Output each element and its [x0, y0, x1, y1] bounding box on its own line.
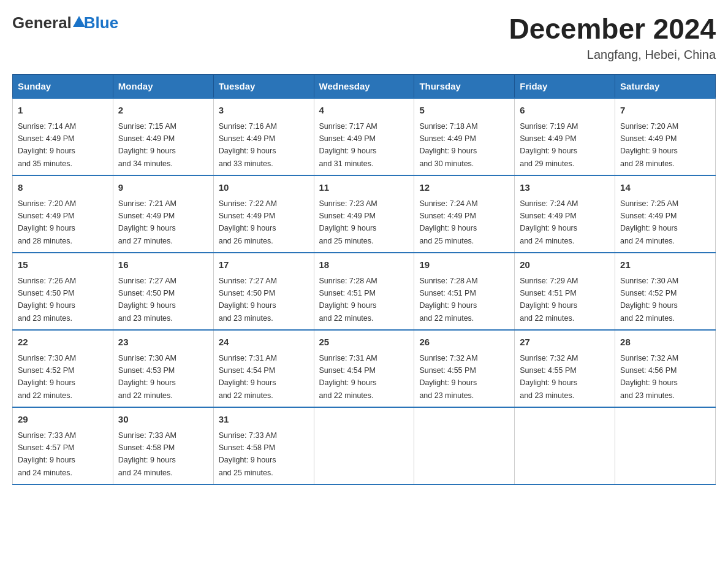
week-row: 15 Sunrise: 7:26 AMSunset: 4:50 PMDaylig… — [13, 253, 716, 330]
day-info: Sunrise: 7:25 AMSunset: 4:49 PMDaylight:… — [620, 199, 678, 245]
location: Langfang, Hebei, China — [509, 48, 716, 62]
day-number: 8 — [18, 181, 108, 195]
calendar-cell: 14 Sunrise: 7:25 AMSunset: 4:49 PMDaylig… — [615, 175, 716, 253]
day-info: Sunrise: 7:28 AMSunset: 4:51 PMDaylight:… — [319, 277, 377, 323]
day-number: 1 — [18, 104, 108, 118]
column-header-friday: Friday — [515, 75, 615, 99]
day-number: 21 — [620, 258, 710, 272]
day-number: 5 — [419, 104, 509, 118]
header-row: SundayMondayTuesdayWednesdayThursdayFrid… — [13, 75, 716, 99]
day-number: 9 — [118, 181, 208, 195]
calendar-cell: 21 Sunrise: 7:30 AMSunset: 4:52 PMDaylig… — [615, 253, 716, 330]
day-info: Sunrise: 7:33 AMSunset: 4:57 PMDaylight:… — [18, 431, 76, 477]
calendar-cell: 23 Sunrise: 7:30 AMSunset: 4:53 PMDaylig… — [113, 330, 213, 407]
day-info: Sunrise: 7:28 AMSunset: 4:51 PMDaylight:… — [419, 277, 477, 323]
day-number: 16 — [118, 258, 208, 272]
day-number: 31 — [219, 413, 309, 427]
day-info: Sunrise: 7:32 AMSunset: 4:55 PMDaylight:… — [419, 354, 477, 400]
column-header-thursday: Thursday — [414, 75, 515, 99]
calendar-cell — [314, 407, 414, 484]
day-number: 10 — [219, 181, 309, 195]
column-header-sunday: Sunday — [13, 75, 113, 99]
day-number: 30 — [118, 413, 208, 427]
calendar-cell: 25 Sunrise: 7:31 AMSunset: 4:54 PMDaylig… — [314, 330, 414, 407]
calendar-cell: 18 Sunrise: 7:28 AMSunset: 4:51 PMDaylig… — [314, 253, 414, 330]
day-number: 18 — [319, 258, 409, 272]
day-number: 23 — [118, 335, 208, 350]
day-info: Sunrise: 7:27 AMSunset: 4:50 PMDaylight:… — [118, 277, 176, 323]
day-info: Sunrise: 7:17 AMSunset: 4:49 PMDaylight:… — [319, 122, 377, 168]
day-info: Sunrise: 7:23 AMSunset: 4:49 PMDaylight:… — [319, 199, 377, 245]
column-header-tuesday: Tuesday — [213, 75, 314, 99]
day-info: Sunrise: 7:26 AMSunset: 4:50 PMDaylight:… — [18, 277, 76, 323]
calendar-cell: 8 Sunrise: 7:20 AMSunset: 4:49 PMDayligh… — [13, 175, 113, 253]
calendar-cell: 13 Sunrise: 7:24 AMSunset: 4:49 PMDaylig… — [515, 175, 615, 253]
day-info: Sunrise: 7:20 AMSunset: 4:49 PMDaylight:… — [620, 122, 678, 168]
week-row: 1 Sunrise: 7:14 AMSunset: 4:49 PMDayligh… — [13, 98, 716, 175]
day-info: Sunrise: 7:18 AMSunset: 4:49 PMDaylight:… — [419, 122, 477, 168]
day-info: Sunrise: 7:33 AMSunset: 4:58 PMDaylight:… — [219, 431, 277, 477]
day-number: 14 — [620, 181, 710, 195]
day-number: 28 — [620, 335, 710, 350]
calendar-cell: 17 Sunrise: 7:27 AMSunset: 4:50 PMDaylig… — [213, 253, 314, 330]
day-number: 27 — [520, 335, 610, 350]
calendar-cell: 15 Sunrise: 7:26 AMSunset: 4:50 PMDaylig… — [13, 253, 113, 330]
calendar-cell: 9 Sunrise: 7:21 AMSunset: 4:49 PMDayligh… — [113, 175, 213, 253]
day-info: Sunrise: 7:30 AMSunset: 4:53 PMDaylight:… — [118, 354, 176, 400]
day-number: 12 — [419, 181, 509, 195]
day-number: 24 — [219, 335, 309, 350]
calendar-cell: 31 Sunrise: 7:33 AMSunset: 4:58 PMDaylig… — [213, 407, 314, 484]
day-number: 17 — [219, 258, 309, 272]
page-header: General Blue December 2024 Langfang, Heb… — [12, 12, 716, 62]
week-row: 8 Sunrise: 7:20 AMSunset: 4:49 PMDayligh… — [13, 175, 716, 253]
calendar-cell: 27 Sunrise: 7:32 AMSunset: 4:55 PMDaylig… — [515, 330, 615, 407]
calendar-table: SundayMondayTuesdayWednesdayThursdayFrid… — [12, 74, 716, 485]
day-info: Sunrise: 7:30 AMSunset: 4:52 PMDaylight:… — [18, 354, 76, 400]
day-info: Sunrise: 7:24 AMSunset: 4:49 PMDaylight:… — [520, 199, 578, 245]
svg-marker-0 — [73, 16, 85, 27]
calendar-cell: 2 Sunrise: 7:15 AMSunset: 4:49 PMDayligh… — [113, 98, 213, 175]
calendar-cell — [414, 407, 515, 484]
day-info: Sunrise: 7:33 AMSunset: 4:58 PMDaylight:… — [118, 431, 176, 477]
day-number: 13 — [520, 181, 610, 195]
day-number: 6 — [520, 104, 610, 118]
calendar-cell: 1 Sunrise: 7:14 AMSunset: 4:49 PMDayligh… — [13, 98, 113, 175]
calendar-cell: 10 Sunrise: 7:22 AMSunset: 4:49 PMDaylig… — [213, 175, 314, 253]
logo: General Blue — [12, 12, 118, 33]
title-block: December 2024 Langfang, Hebei, China — [509, 12, 716, 62]
day-info: Sunrise: 7:32 AMSunset: 4:55 PMDaylight:… — [520, 354, 578, 400]
calendar-cell: 29 Sunrise: 7:33 AMSunset: 4:57 PMDaylig… — [13, 407, 113, 484]
day-number: 11 — [319, 181, 409, 195]
calendar-cell: 19 Sunrise: 7:28 AMSunset: 4:51 PMDaylig… — [414, 253, 515, 330]
day-number: 22 — [18, 335, 108, 350]
day-info: Sunrise: 7:19 AMSunset: 4:49 PMDaylight:… — [520, 122, 578, 168]
calendar-cell: 28 Sunrise: 7:32 AMSunset: 4:56 PMDaylig… — [615, 330, 716, 407]
day-info: Sunrise: 7:27 AMSunset: 4:50 PMDaylight:… — [219, 277, 277, 323]
day-info: Sunrise: 7:31 AMSunset: 4:54 PMDaylight:… — [319, 354, 377, 400]
calendar-cell: 4 Sunrise: 7:17 AMSunset: 4:49 PMDayligh… — [314, 98, 414, 175]
day-info: Sunrise: 7:32 AMSunset: 4:56 PMDaylight:… — [620, 354, 678, 400]
calendar-cell: 30 Sunrise: 7:33 AMSunset: 4:58 PMDaylig… — [113, 407, 213, 484]
day-info: Sunrise: 7:22 AMSunset: 4:49 PMDaylight:… — [219, 199, 277, 245]
day-number: 2 — [118, 104, 208, 118]
day-number: 4 — [319, 104, 409, 118]
week-row: 22 Sunrise: 7:30 AMSunset: 4:52 PMDaylig… — [13, 330, 716, 407]
calendar-cell: 26 Sunrise: 7:32 AMSunset: 4:55 PMDaylig… — [414, 330, 515, 407]
day-number: 7 — [620, 104, 710, 118]
day-number: 29 — [18, 413, 108, 427]
calendar-cell: 3 Sunrise: 7:16 AMSunset: 4:49 PMDayligh… — [213, 98, 314, 175]
day-number: 20 — [520, 258, 610, 272]
week-row: 29 Sunrise: 7:33 AMSunset: 4:57 PMDaylig… — [13, 407, 716, 484]
column-header-monday: Monday — [113, 75, 213, 99]
day-info: Sunrise: 7:16 AMSunset: 4:49 PMDaylight:… — [219, 122, 277, 168]
calendar-cell: 11 Sunrise: 7:23 AMSunset: 4:49 PMDaylig… — [314, 175, 414, 253]
calendar-cell: 24 Sunrise: 7:31 AMSunset: 4:54 PMDaylig… — [213, 330, 314, 407]
column-header-wednesday: Wednesday — [314, 75, 414, 99]
logo-blue: Blue — [84, 13, 118, 32]
day-info: Sunrise: 7:21 AMSunset: 4:49 PMDaylight:… — [118, 199, 176, 245]
column-header-saturday: Saturday — [615, 75, 716, 99]
day-info: Sunrise: 7:14 AMSunset: 4:49 PMDaylight:… — [18, 122, 76, 168]
day-info: Sunrise: 7:30 AMSunset: 4:52 PMDaylight:… — [620, 277, 678, 323]
day-info: Sunrise: 7:20 AMSunset: 4:49 PMDaylight:… — [18, 199, 76, 245]
calendar-cell — [615, 407, 716, 484]
